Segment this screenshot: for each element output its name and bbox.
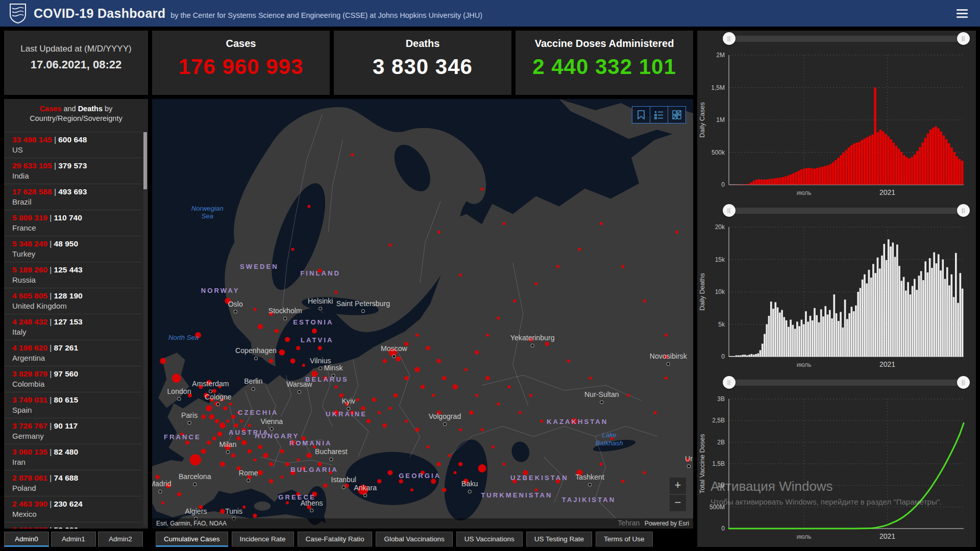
tab-terms-of-use[interactable]: Terms of Use (596, 532, 653, 547)
country-row[interactable]: 3 749 031 | 80 615Spain (4, 392, 142, 418)
legend-icon[interactable] (650, 106, 668, 123)
tab-admin2[interactable]: Admin2 (98, 532, 143, 547)
country-deaths: 80 615 (54, 395, 78, 404)
app-header: COVID-19 Dashboard by the Center for Sys… (0, 0, 980, 27)
daily-deaths-time-slider[interactable]: || || (697, 203, 976, 220)
last-updated-card: Last Updated at (M/D/YYYY) 17.06.2021, 0… (4, 31, 148, 95)
country-deaths: 128 190 (54, 291, 83, 300)
list-scrollbar-thumb[interactable] (143, 132, 147, 189)
tab-cumulative-cases[interactable]: Cumulative Cases (156, 532, 228, 547)
country-row[interactable]: 4 605 805 | 128 190United Kingdom (4, 288, 142, 314)
slider-track[interactable] (729, 36, 964, 42)
tab-incidence-rate[interactable]: Incidence Rate (232, 532, 294, 547)
country-name: Germany (12, 431, 142, 441)
country-name: France (12, 223, 142, 233)
tab-case-fatality-ratio[interactable]: Case-Fatality Ratio (298, 532, 373, 547)
vaccine-doses-time-slider[interactable]: || || (697, 374, 976, 392)
slider-track[interactable] (729, 208, 964, 214)
tab-admin0[interactable]: Admin0 (4, 532, 49, 547)
map-label-tunis: Tunis (225, 507, 242, 515)
map-label-turkmenistan: TURKMENISTAN (481, 491, 552, 499)
tab-us-testing-rate[interactable]: US Testing Rate (526, 532, 592, 547)
slider-handle-left[interactable]: || (723, 376, 736, 389)
map-label-uzbekistan: UZBEKISTAN (510, 474, 569, 482)
daily-cases-chart[interactable]: 2M1,5M1M500k0июль2021Daily Cases (697, 48, 976, 201)
country-deaths: 90 117 (54, 421, 78, 430)
deaths-value: 3 830 346 (334, 55, 511, 79)
country-name: Spain (12, 405, 142, 415)
deaths-card: Deaths 3 830 346 (334, 31, 511, 95)
map-label-czechia: CZECHIA (238, 409, 278, 416)
map-canvas[interactable]: NORWAYSWEDENFINLANDESTONIALATVIABELARUSU… (152, 99, 693, 529)
country-row[interactable]: 2 286 767 | 53 980Ukraine (4, 522, 142, 529)
powered-by-esri[interactable]: Powered by Esri (645, 520, 689, 527)
svg-text:0: 0 (721, 353, 725, 360)
map-label-amsterdam: Amsterdam (192, 380, 229, 388)
svg-text:июль: июль (797, 361, 812, 368)
tab-admin1[interactable]: Admin1 (51, 532, 96, 547)
country-row[interactable]: 2 463 390 | 230 624Mexico (4, 496, 142, 522)
country-cases: 5 809 319 (12, 213, 47, 222)
slider-handle-right[interactable]: || (957, 204, 970, 217)
basemap-icon[interactable] (668, 106, 686, 123)
layer-tab-bar: Cumulative CasesIncidence RateCase-Fatal… (156, 532, 653, 547)
map-label-georgia: GEORGIA (399, 472, 441, 480)
slider-handle-right[interactable]: || (957, 376, 970, 389)
tab-global-vaccinations[interactable]: Global Vaccinations (376, 532, 452, 547)
country-cases: 2 463 390 (12, 499, 47, 508)
country-deaths: 82 480 (54, 447, 78, 456)
svg-text:Daily Deaths: Daily Deaths (698, 273, 706, 311)
svg-text:1,5B: 1,5B (712, 460, 725, 467)
slider-handle-right[interactable]: || (957, 32, 970, 45)
country-row[interactable]: 17 628 588 | 493 693Brazil (4, 184, 142, 210)
map-label-finland: FINLAND (300, 269, 340, 277)
map-label-copenhagen: Copenhagen (235, 347, 277, 355)
country-cases: 5 348 249 (12, 239, 47, 248)
country-row[interactable]: 2 878 061 | 74 688Poland (4, 470, 142, 496)
slider-track[interactable] (729, 380, 964, 386)
country-deaths: 53 980 (54, 525, 78, 529)
vaccine-doses-chart-block: || || 3B2,5B2B1,5B1B500M0июль2021Total V… (697, 374, 976, 546)
daily-deaths-chart[interactable]: 20k15k10k5k0июль2021Daily Deaths (697, 220, 976, 373)
slider-handle-left[interactable]: || (723, 204, 736, 217)
country-deaths: 87 261 (54, 343, 78, 352)
country-name: Poland (12, 483, 142, 493)
country-row[interactable]: 4 248 432 | 127 153Italy (4, 314, 142, 340)
map-label-north-sea: North Sea (168, 334, 199, 341)
country-row[interactable]: 29 633 105 | 379 573India (4, 158, 142, 184)
country-row[interactable]: 5 809 319 | 110 740France (4, 210, 142, 236)
country-row[interactable]: 4 198 620 | 87 261Argentina (4, 340, 142, 366)
country-cases: 2 286 767 (12, 525, 47, 529)
slider-handle-left[interactable]: || (723, 32, 736, 45)
country-row[interactable]: 5 189 260 | 125 443Russia (4, 262, 142, 288)
country-row[interactable]: 3 060 135 | 82 480Iran (4, 444, 142, 470)
map-label-france: FRANCE (164, 433, 201, 441)
zoom-in-button[interactable]: + (670, 478, 686, 494)
bookmark-icon[interactable] (632, 106, 650, 123)
tab-us-vaccinations[interactable]: US Vaccinations (456, 532, 523, 547)
vaccine-doses-chart[interactable]: 3B2,5B2B1,5B1B500M0июль2021Total Vaccine… (697, 392, 976, 545)
country-row[interactable]: 3 829 879 | 97 560Colombia (4, 366, 142, 392)
list-scrollbar[interactable] (143, 132, 147, 527)
vaccine-doses-card: Vaccine Doses Administered 2 440 332 101 (516, 31, 693, 95)
map-label-nur-sultan: Nur-Sultan (584, 390, 619, 398)
vaccine-doses-label: Vaccine Doses Administered (516, 38, 693, 49)
map-label-sweden: SWEDEN (240, 263, 279, 270)
menu-icon[interactable] (953, 6, 971, 21)
country-row[interactable]: 3 726 767 | 90 117Germany (4, 418, 142, 444)
daily-cases-time-slider[interactable]: || || (697, 31, 976, 48)
map-label-romania: ROMANIA (289, 439, 332, 447)
map-label-estonia: ESTONIA (293, 318, 333, 326)
svg-text:15k: 15k (715, 256, 725, 263)
country-deaths: 379 573 (58, 161, 87, 170)
country-row[interactable]: 5 348 249 | 48 950Turkey (4, 236, 142, 262)
map-zoom-controls: + − (670, 478, 686, 511)
country-row[interactable]: 33 498 145 | 600 648US (4, 132, 142, 158)
country-cases: 2 878 061 (12, 473, 47, 482)
world-map[interactable]: NORWAYSWEDENFINLANDESTONIALATVIABELARUSU… (152, 99, 693, 529)
country-cases: 4 605 805 (12, 291, 47, 300)
map-label-tashkent: Tashkent (575, 473, 604, 481)
zoom-out-button[interactable]: − (670, 495, 686, 511)
map-label-ukraine: UKRAINE (326, 410, 367, 418)
vaccine-doses-value: 2 440 332 101 (516, 55, 693, 79)
